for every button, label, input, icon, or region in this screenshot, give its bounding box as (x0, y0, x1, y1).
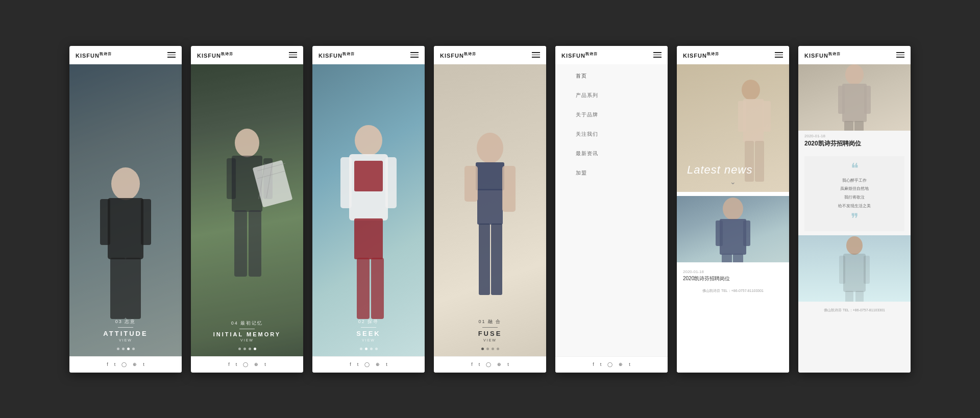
svg-rect-46 (838, 86, 845, 114)
social-tw-1[interactable]: t (114, 362, 116, 367)
svg-rect-4 (110, 258, 126, 319)
svg-rect-55 (855, 291, 864, 302)
article-headline: 2020凯诗芬招聘岗位 (798, 139, 911, 152)
dot-3-3[interactable] (370, 348, 373, 350)
quote-line-3: 我行将歌泣 (811, 194, 898, 201)
social-tm-4[interactable]: t (507, 362, 509, 367)
social-fb-1[interactable]: f (107, 362, 108, 367)
svg-rect-49 (854, 121, 864, 131)
dot-1-1[interactable] (117, 348, 119, 350)
social-tm-1[interactable]: t (143, 362, 144, 367)
svg-rect-45 (842, 84, 867, 122)
phone-7: KISFUN凯诗芬 2020-01-18 2020凯诗芬招聘岗位 (798, 46, 911, 373)
dot-4-1[interactable] (481, 348, 484, 350)
social-tw-4[interactable]: t (479, 362, 480, 367)
social-pi-2[interactable]: ⊕ (254, 362, 258, 367)
social-ig-1[interactable]: ◯ (121, 362, 127, 367)
phone-1-header: KISFUN凯诗芬 (69, 46, 182, 64)
svg-rect-31 (502, 166, 516, 212)
dot-2-1[interactable] (238, 348, 241, 350)
hero-number-2: 04 最初记忆 (191, 320, 303, 327)
social-fb-3[interactable]: f (350, 362, 351, 367)
dot-1-3[interactable] (127, 348, 130, 350)
social-pi-5[interactable]: ⊕ (619, 362, 623, 367)
phone-4-body: 01 融 合 FUSE VIEW (434, 46, 546, 373)
phone-2-header: KISFUN凯诗芬 (191, 46, 303, 64)
svg-rect-39 (720, 219, 746, 255)
svg-rect-26 (476, 162, 504, 190)
social-pi-1[interactable]: ⊕ (133, 362, 137, 367)
svg-rect-21 (354, 161, 383, 191)
svg-rect-41 (743, 220, 750, 246)
nav-brand[interactable]: 关于品牌 (576, 105, 668, 125)
dot-3-1[interactable] (360, 348, 362, 350)
svg-rect-29 (491, 224, 502, 295)
close-quote-mark: ❞ (811, 212, 898, 226)
hero-title-4: FUSE (434, 330, 546, 337)
hero-view-4: VIEW (434, 338, 546, 342)
svg-point-25 (477, 133, 503, 163)
logo-1: KISFUN凯诗芬 (76, 52, 112, 59)
news-date-1: 2020-01-18 (683, 269, 783, 274)
dot-4-3[interactable] (492, 348, 494, 350)
menu-icon-5[interactable] (653, 52, 662, 58)
social-ig-3[interactable]: ◯ (364, 362, 370, 367)
news-article-section: 2020-01-18 2020凯诗芬招聘岗位 (677, 196, 789, 285)
social-tw-5[interactable]: t (600, 362, 602, 367)
svg-rect-23 (357, 258, 370, 319)
social-tm-3[interactable]: t (386, 362, 387, 367)
nav-follow[interactable]: 关注我们 (576, 125, 668, 144)
article-hero-img (798, 64, 911, 131)
dot-2-3[interactable] (249, 348, 251, 350)
social-pi-4[interactable]: ⊕ (497, 362, 501, 367)
phone-5-footer: f t ◯ ⊕ t (555, 356, 668, 373)
social-ig-4[interactable]: ◯ (486, 362, 491, 367)
svg-rect-51 (843, 254, 866, 292)
social-tw-2[interactable]: t (236, 362, 237, 367)
social-fb-5[interactable]: f (593, 362, 594, 367)
social-tw-3[interactable]: t (357, 362, 359, 367)
dot-3-4[interactable] (375, 348, 378, 350)
article-bottom-figure (798, 235, 911, 302)
nav-home[interactable]: 首页 (576, 66, 668, 86)
dot-4-2[interactable] (486, 348, 489, 350)
dot-2-4[interactable] (254, 348, 256, 350)
nav-news[interactable]: 最新资讯 (576, 144, 668, 163)
social-fb-2[interactable]: f (228, 362, 230, 367)
svg-rect-22 (354, 218, 383, 259)
social-ig-2[interactable]: ◯ (243, 362, 248, 367)
menu-icon-4[interactable] (532, 52, 540, 58)
dot-1-4[interactable] (132, 348, 135, 350)
phone-2-body: 04 最初记忆 INITIAL MEMORY VIEW (191, 46, 303, 373)
phone-5-header: KISFUN凯诗芬 (555, 46, 668, 64)
dot-4-4[interactable] (497, 348, 499, 350)
phone-7-body: 2020-01-18 2020凯诗芬招聘岗位 ❝ 我心醉乎工作 虽麻烦但自然地 … (798, 64, 911, 373)
phones-container: KISFUN凯诗芬 03 志意 ATT (69, 46, 911, 373)
dot-3-2[interactable] (365, 348, 368, 350)
chevron-down-icon[interactable]: ⌄ (730, 178, 736, 186)
social-pi-3[interactable]: ⊕ (376, 362, 380, 367)
social-tm-2[interactable]: t (264, 362, 266, 367)
svg-rect-53 (864, 256, 870, 284)
dot-1-2[interactable] (122, 348, 125, 350)
social-ig-5[interactable]: ◯ (607, 362, 612, 367)
dot-2-2[interactable] (243, 348, 246, 350)
logo-5: KISFUN凯诗芬 (561, 52, 598, 59)
menu-icon-3[interactable] (410, 52, 419, 58)
svg-point-32 (742, 80, 760, 100)
svg-rect-27 (477, 189, 503, 225)
menu-icon-1[interactable] (167, 52, 176, 58)
news-info-1: 2020-01-18 2020凯诗芬招聘岗位 (677, 266, 789, 285)
latest-news-title: Latest news (687, 163, 752, 177)
svg-rect-5 (126, 258, 141, 319)
quote-block: ❝ 我心醉乎工作 虽麻烦但自然地 我行将歌泣 给不发现生活之美 ❞ (804, 156, 904, 231)
social-tm-5[interactable]: t (629, 362, 630, 367)
menu-icon-6[interactable] (775, 52, 783, 58)
social-fb-4[interactable]: f (471, 362, 473, 367)
svg-rect-37 (755, 141, 764, 182)
nav-join[interactable]: 加盟 (576, 163, 668, 183)
menu-icon-2[interactable] (289, 52, 297, 58)
menu-icon-7[interactable] (896, 52, 904, 58)
nav-products[interactable]: 产品系列 (576, 86, 668, 105)
phone-3-body: 02 探寻 SEEK VIEW (312, 46, 425, 373)
